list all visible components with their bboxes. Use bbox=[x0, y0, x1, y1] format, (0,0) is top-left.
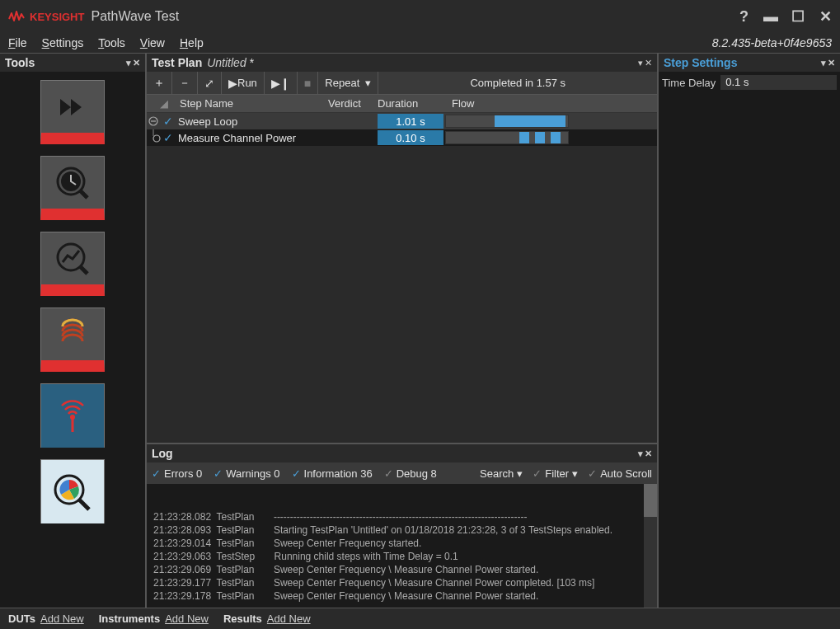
app-title: PathWave Test bbox=[91, 9, 179, 24]
step-table-header: ◢ Step Name Verdict Duration Flow bbox=[147, 95, 657, 113]
expand-button[interactable]: ⤢ bbox=[198, 72, 222, 94]
title-bar: KEYSIGHT PathWave Test ? ▬ ☐ ✕ bbox=[0, 0, 840, 33]
col-flow[interactable]: Flow bbox=[443, 97, 567, 110]
col-verdict[interactable]: Verdict bbox=[328, 97, 378, 110]
step-table-body: ✓ Sweep Loop 1.01 s ✓ Measure Channel Po… bbox=[147, 113, 657, 443]
close-icon[interactable]: ✕ bbox=[819, 7, 832, 26]
step-name-label: Sweep Loop bbox=[178, 115, 328, 128]
tools-panel-header: Tools ▾ ✕ bbox=[0, 54, 145, 72]
step-settings-header: Step Settings ▾ ✕ bbox=[659, 54, 840, 72]
step-flow-bar bbox=[445, 131, 569, 144]
svg-line-4 bbox=[80, 266, 87, 274]
fast-forward-icon bbox=[56, 95, 89, 120]
time-delay-value[interactable]: 0.1 s bbox=[720, 75, 837, 90]
testplan-title: Test Plan bbox=[152, 56, 202, 69]
testplan-header: Test Plan Untitled * ▾ ✕ bbox=[147, 54, 657, 72]
run-status: Completed in 1.57 s bbox=[378, 77, 657, 89]
remove-step-button[interactable]: － bbox=[172, 72, 198, 94]
log-scrollbar[interactable] bbox=[644, 484, 657, 608]
keysight-logo-icon bbox=[8, 11, 26, 22]
maximize-icon[interactable]: ☐ bbox=[791, 7, 805, 26]
status-results-label: Results bbox=[223, 613, 262, 625]
status-instruments-label: Instruments bbox=[99, 613, 160, 625]
col-duration[interactable]: Duration bbox=[378, 97, 443, 110]
tool-fast-forward[interactable] bbox=[40, 80, 105, 144]
filter-warnings[interactable]: ✓Warnings 0 bbox=[214, 467, 279, 480]
status-duts-label: DUTs bbox=[8, 613, 35, 625]
testplan-dirty-indicator: * bbox=[250, 56, 254, 69]
antenna-icon bbox=[52, 396, 93, 437]
help-icon[interactable]: ? bbox=[739, 8, 748, 26]
testplan-close-icon[interactable]: ✕ bbox=[645, 58, 652, 68]
pie-search-icon bbox=[51, 472, 94, 513]
tools-pin-icon[interactable]: ▾ bbox=[126, 58, 131, 68]
tools-close-icon[interactable]: ✕ bbox=[133, 58, 140, 68]
repeat-dropdown[interactable]: Repeat ▾ bbox=[318, 72, 378, 94]
filter-info[interactable]: ✓Information 36 bbox=[292, 467, 373, 480]
clock-search-icon bbox=[54, 165, 91, 201]
step-name-label: Measure Channel Power bbox=[178, 132, 328, 144]
minimize-icon[interactable]: ▬ bbox=[763, 8, 777, 26]
log-search-dropdown[interactable]: Search ▾ bbox=[480, 467, 523, 480]
svg-line-2 bbox=[80, 190, 87, 198]
svg-line-8 bbox=[79, 500, 89, 509]
tool-timing[interactable] bbox=[40, 156, 105, 220]
step-enabled-checkbox[interactable]: ✓ bbox=[163, 131, 178, 144]
setting-time-delay: Time Delay 0.1 s bbox=[662, 75, 837, 90]
status-bar: DUTsAdd New InstrumentsAdd New ResultsAd… bbox=[0, 608, 840, 629]
add-step-button[interactable]: ＋ bbox=[147, 72, 172, 94]
log-line: 21:23:29.177 TestPlan Sweep Center Frequ… bbox=[153, 576, 650, 589]
log-line: 21:23:29.178 TestPlan Sweep Center Frequ… bbox=[153, 589, 650, 603]
settings-menu-icon[interactable]: ▾ bbox=[821, 58, 826, 68]
time-delay-label: Time Delay bbox=[662, 77, 716, 89]
col-step-name[interactable]: Step Name bbox=[171, 97, 328, 110]
tool-plugin[interactable] bbox=[40, 307, 105, 372]
settings-close-icon[interactable]: ✕ bbox=[828, 58, 835, 68]
menu-view[interactable]: View bbox=[140, 36, 165, 49]
log-line: 21:23:28.082 TestPlan ------------------… bbox=[153, 510, 650, 523]
step-settings-title: Step Settings bbox=[664, 56, 821, 69]
expand-column[interactable]: ◢ bbox=[147, 97, 171, 110]
log-filter-dropdown[interactable]: ✓Filter ▾ bbox=[533, 467, 578, 480]
log-autoscroll-toggle[interactable]: ✓Auto Scroll bbox=[588, 467, 652, 480]
run-button[interactable]: ▶Run bbox=[222, 72, 265, 94]
filter-debug[interactable]: ✓Debug 8 bbox=[384, 467, 437, 480]
log-panel: Log ▾ ✕ ✓Errors 0 ✓Warnings 0 ✓Informati… bbox=[147, 443, 657, 608]
log-line: 21:23:29.063 TestStep Running child step… bbox=[153, 550, 650, 563]
step-button[interactable]: ▶❙ bbox=[265, 72, 298, 94]
results-add-link[interactable]: Add New bbox=[267, 613, 311, 625]
duts-add-link[interactable]: Add New bbox=[40, 613, 84, 625]
menu-tools[interactable]: Tools bbox=[98, 36, 125, 49]
step-duration: 0.10 s bbox=[378, 130, 443, 145]
log-close-icon[interactable]: ✕ bbox=[645, 448, 652, 459]
chart-search-icon bbox=[54, 241, 91, 277]
testplan-name: Untitled bbox=[207, 56, 246, 69]
step-row[interactable]: ✓ Measure Channel Power 0.10 s bbox=[147, 129, 657, 146]
testplan-menu-icon[interactable]: ▾ bbox=[638, 58, 643, 68]
log-menu-icon[interactable]: ▾ bbox=[638, 448, 643, 459]
step-node-icon[interactable] bbox=[147, 129, 163, 146]
log-line: 21:23:28.093 TestPlan Starting TestPlan … bbox=[153, 523, 650, 537]
filter-errors[interactable]: ✓Errors 0 bbox=[152, 467, 202, 480]
instruments-add-link[interactable]: Add New bbox=[165, 613, 209, 625]
log-panel-header: Log ▾ ✕ bbox=[147, 444, 657, 462]
log-line: 21:23:29.014 TestPlan Sweep Center Frequ… bbox=[153, 537, 650, 550]
menu-file[interactable]: File bbox=[8, 36, 27, 49]
svg-point-12 bbox=[153, 135, 160, 142]
step-row[interactable]: ✓ Sweep Loop 1.01 s bbox=[147, 113, 657, 129]
menu-settings[interactable]: Settings bbox=[42, 36, 84, 49]
step-flow-bar bbox=[445, 115, 569, 128]
step-enabled-checkbox[interactable]: ✓ bbox=[163, 115, 178, 128]
tool-analytics[interactable] bbox=[40, 459, 105, 523]
step-duration: 1.01 s bbox=[378, 114, 443, 129]
log-body[interactable]: 21:23:28.082 TestPlan ------------------… bbox=[147, 484, 657, 608]
stop-button[interactable]: ■ bbox=[298, 72, 318, 94]
tool-results-viewer[interactable] bbox=[40, 232, 105, 296]
log-filter-bar: ✓Errors 0 ✓Warnings 0 ✓Information 36 ✓D… bbox=[147, 462, 657, 484]
collapse-icon[interactable] bbox=[147, 114, 163, 129]
tools-panel-title: Tools bbox=[5, 56, 126, 69]
log-title: Log bbox=[152, 447, 638, 460]
version-label: 8.2.435-beta+0f4e9653 bbox=[712, 36, 832, 49]
menu-help[interactable]: Help bbox=[180, 36, 204, 49]
tool-antenna[interactable] bbox=[40, 383, 105, 448]
